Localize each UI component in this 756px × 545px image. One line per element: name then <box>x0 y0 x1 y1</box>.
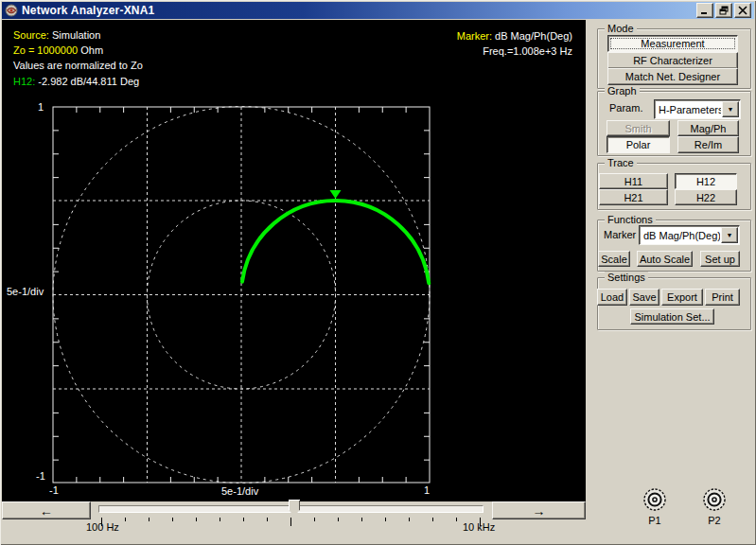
settings-group-label: Settings <box>605 272 648 284</box>
slider-tick <box>432 518 433 521</box>
save-button[interactable]: Save <box>629 289 659 306</box>
freq-min-label: 100 Hz <box>86 521 119 533</box>
axis-label-top: 1 <box>38 101 44 113</box>
trace-h21-button[interactable]: H21 <box>599 189 668 205</box>
slider-tick <box>267 518 268 521</box>
slider-tick <box>243 518 244 521</box>
freq-step-right-button[interactable]: → <box>492 501 586 519</box>
slider-tick <box>290 518 291 526</box>
title-bar[interactable]: Network Analyzer-XNA1 <box>2 2 754 19</box>
axis-label-bottom-right: 1 <box>424 484 430 496</box>
axis-label-bottom-div: 5e-1/div <box>221 485 258 497</box>
port-p1-label: P1 <box>642 515 667 526</box>
auto-scale-button[interactable]: Auto Scale <box>637 251 693 267</box>
mode-measurement-button[interactable]: Measurement <box>607 35 738 52</box>
slider-tick <box>220 518 220 521</box>
bnc-connector-icon <box>702 487 727 512</box>
load-button[interactable]: Load <box>597 289 627 306</box>
slider-tick <box>456 518 457 521</box>
app-icon <box>5 4 18 17</box>
trace-h11-button[interactable]: H11 <box>599 173 668 189</box>
param-dropdown[interactable]: H-Parameters ▼ <box>654 99 741 119</box>
mode-rf-characterizer-button[interactable]: RF Characterizer <box>607 52 738 69</box>
normalized-note: Values are normalized to Zo <box>13 60 143 71</box>
param-label: Param. <box>609 102 642 114</box>
graph-group-label: Graph <box>605 85 640 97</box>
freq-max-label: 10 kHz <box>463 521 495 533</box>
marker-format-readout: Marker: dB Mag/Ph(Deg) <box>457 30 572 42</box>
port-p2-label: P2 <box>702 515 727 526</box>
slider-tick <box>385 518 386 521</box>
axis-label-left-div: 5e-1/div <box>7 286 44 297</box>
marker-format-dropdown[interactable]: dB Mag/Ph(Deg) ▼ <box>639 225 740 245</box>
trace-h12-button[interactable]: H12 <box>675 173 737 189</box>
marker-freq-readout: Freq.=1.008e+3 Hz <box>483 45 572 57</box>
chevron-down-icon[interactable]: ▼ <box>722 101 739 117</box>
slider-tick <box>125 518 126 521</box>
export-button[interactable]: Export <box>661 289 703 306</box>
chevron-down-icon[interactable]: ▼ <box>721 227 738 243</box>
scale-button[interactable]: Scale <box>598 251 630 267</box>
marker-label: Marker <box>604 229 636 240</box>
graph-polar-button[interactable]: Polar <box>607 136 670 153</box>
graph-reim-button[interactable]: Re/Im <box>677 136 739 153</box>
restore-button[interactable] <box>715 3 732 18</box>
axis-label-left-bottom: -1 <box>36 470 45 482</box>
slider-tick <box>149 518 149 521</box>
trace-group-label: Trace <box>605 157 637 169</box>
slider-tick <box>196 518 197 521</box>
trace-value-readout: H12: -2.982 dB/44.811 Deg <box>13 76 139 87</box>
slider-tick <box>338 518 339 521</box>
set-up-button[interactable]: Set up <box>700 251 740 267</box>
trace-h22-button[interactable]: H22 <box>675 189 737 205</box>
left-arrow-icon: ← <box>40 503 53 519</box>
close-button[interactable] <box>734 3 751 18</box>
control-panel: Mode Measurement RF Characterizer Match … <box>586 20 754 543</box>
port-p1[interactable]: P1 <box>642 487 667 526</box>
simulation-set-button[interactable]: Simulation Set... <box>630 308 714 325</box>
print-button[interactable]: Print <box>705 289 740 306</box>
mode-group-label: Mode <box>605 23 637 35</box>
slider-tick <box>361 518 362 521</box>
source-readout: Source: Simulation <box>13 29 100 41</box>
axis-label-bottom-left: -1 <box>49 484 59 496</box>
polar-plot[interactable] <box>2 20 586 501</box>
window-title: Network Analyzer-XNA1 <box>22 4 694 17</box>
slider-tick <box>172 518 173 521</box>
mode-match-net-designer-button[interactable]: Match Net. Designer <box>607 68 738 85</box>
graph-smith-button: Smith <box>607 120 670 136</box>
freq-slider-thumb[interactable] <box>289 500 300 517</box>
freq-step-left-button[interactable]: ← <box>2 501 91 519</box>
minimize-button[interactable] <box>696 3 713 18</box>
zo-readout: Zo = 1000000 Ohm <box>13 44 103 56</box>
port-p2[interactable]: P2 <box>702 487 727 526</box>
graph-magph-button[interactable]: Mag/Ph <box>677 120 739 136</box>
bnc-connector-icon <box>642 487 667 512</box>
right-arrow-icon: → <box>533 503 546 519</box>
slider-tick <box>409 518 410 521</box>
app-window: Network Analyzer-XNA1 Source: Simulation… <box>0 0 756 545</box>
plot-region: Source: Simulation Zo = 1000000 Ohm Valu… <box>2 20 586 501</box>
slider-tick <box>314 518 315 521</box>
